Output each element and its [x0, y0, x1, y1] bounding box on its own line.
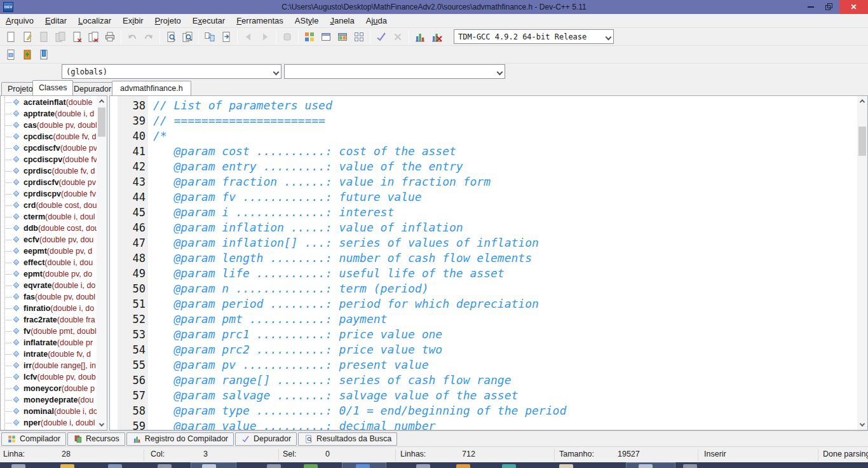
class-browser-item[interactable]: irr(double range[], in — [1, 360, 97, 371]
class-browser-item[interactable]: eqvrate(double i, do — [1, 280, 97, 291]
add-bookmark-button[interactable] — [19, 47, 36, 62]
open-file-button[interactable] — [19, 29, 36, 45]
report-tab-compilador[interactable]: Compilador — [1, 432, 66, 446]
class-browser-item[interactable]: inflatrate(double pr — [1, 337, 97, 348]
goto-bookmark-button[interactable] — [36, 47, 52, 62]
taskbar-icon[interactable] — [416, 464, 430, 468]
taskbar-icon[interactable] — [559, 464, 573, 468]
scroll-up-icon[interactable] — [857, 96, 867, 106]
syntax-check-button[interactable] — [373, 29, 390, 45]
class-browser-item[interactable]: moneycor(double p — [1, 383, 97, 394]
close-button[interactable]: ✕ — [839, 0, 868, 14]
report-tab-registro-do-compilador[interactable]: Registro do Compilador — [126, 432, 234, 446]
replace-button[interactable] — [201, 29, 218, 45]
class-browser-item[interactable]: cprdisc(double fv, d — [1, 165, 97, 177]
editor-scrollbar[interactable] — [857, 96, 867, 430]
class-browser-item[interactable]: nper(double i, doubl — [1, 417, 97, 429]
class-browser-item[interactable]: cpcdisc(double fv, d — [1, 131, 97, 142]
class-browser-item[interactable]: frac2rate(double fra — [1, 314, 97, 326]
taskbar-icon[interactable] — [456, 464, 470, 468]
profile-analysis-button[interactable] — [412, 29, 428, 45]
rebuild-all-button[interactable] — [351, 29, 367, 45]
abort-compilation-button[interactable] — [390, 29, 406, 45]
compile-and-run-button[interactable] — [334, 29, 351, 45]
class-browser-item[interactable]: finratio(double i, do — [1, 303, 97, 314]
scroll-down-icon[interactable] — [857, 420, 867, 430]
pause-button[interactable] — [279, 29, 295, 45]
class-browser-item[interactable]: cas(double pv, doubl — [1, 120, 97, 131]
class-browser-item[interactable]: cterm(double i, doul — [1, 211, 97, 223]
save-all-button[interactable] — [52, 29, 69, 45]
sidebar-scrollbar[interactable] — [97, 96, 107, 430]
class-browser-item[interactable]: eepmt(double pv, d — [1, 245, 97, 257]
goto-line-button[interactable] — [218, 29, 234, 45]
menu-exibir[interactable]: Exibir — [117, 14, 149, 27]
close-all-button[interactable]: ✕ — [85, 29, 102, 45]
find-in-files-button[interactable] — [179, 29, 196, 45]
class-browser-item[interactable]: cpcdiscfv(double pv — [1, 142, 97, 154]
code-editor[interactable]: 38// List of parameters used39// =======… — [109, 95, 868, 430]
taskbar-icon[interactable] — [60, 464, 74, 468]
editor-tab-advmathfinance[interactable]: advmathfinance.h — [112, 81, 191, 95]
class-browser-item[interactable]: fv(double pmt, doubl — [1, 326, 97, 337]
taskbar-icon[interactable] — [108, 464, 122, 468]
class-browser-item[interactable]: cprdiscpv(double fv — [1, 188, 97, 200]
class-browser-item[interactable]: cprdiscfv(double pv — [1, 177, 97, 188]
redo-button[interactable] — [140, 29, 157, 45]
new-file-button[interactable] — [3, 29, 19, 45]
taskbar-icon[interactable] — [202, 464, 216, 468]
find-button[interactable] — [163, 29, 179, 45]
back-button[interactable] — [240, 29, 257, 45]
delete-profiling-button[interactable] — [428, 29, 445, 45]
class-browser-item[interactable]: lcfv(double pv, doub — [1, 371, 97, 383]
windows-taskbar[interactable] — [0, 462, 868, 468]
compile-button[interactable] — [301, 29, 318, 45]
class-browser-item[interactable]: crd(double cost, dou — [1, 200, 97, 211]
member-select[interactable] — [284, 64, 505, 79]
scroll-down-icon[interactable] — [97, 420, 107, 430]
taskbar-icon[interactable] — [683, 464, 697, 468]
restore-button[interactable] — [820, 0, 839, 14]
class-browser-item[interactable]: epmt(double pv, do — [1, 268, 97, 280]
run-button[interactable] — [318, 29, 334, 45]
class-browser-item[interactable]: intrate(double fv, d — [1, 348, 97, 360]
taskbar-icon[interactable] — [304, 464, 318, 468]
sidebar-scroll-thumb[interactable] — [98, 107, 105, 137]
menu-projeto[interactable]: Projeto — [149, 14, 187, 27]
class-browser-item[interactable]: effect(double i, dou — [1, 257, 97, 268]
close-file-button[interactable]: ✕ — [69, 29, 85, 45]
menu-ajuda[interactable]: Ajuda — [360, 14, 393, 27]
forward-button[interactable] — [257, 29, 273, 45]
editor-scroll-thumb[interactable] — [858, 127, 866, 156]
menu-executar[interactable]: Executar — [187, 14, 231, 27]
taskbar-icon[interactable] — [158, 464, 172, 468]
class-browser-item[interactable]: moneydeprate(dou — [1, 394, 97, 406]
menu-arquivo[interactable]: Arquivo — [0, 14, 39, 27]
save-button[interactable] — [36, 29, 52, 45]
menu-localizar[interactable]: Localizar — [72, 14, 117, 27]
menu-editar[interactable]: Editar — [39, 14, 72, 27]
taskbar-icon[interactable] — [11, 464, 25, 468]
code-pane[interactable]: 38// List of parameters used39// =======… — [110, 98, 857, 430]
menu-ferramentas[interactable]: Ferramentas — [231, 14, 289, 27]
class-browser-item[interactable]: acrateinflat(double — [1, 97, 97, 108]
print-button[interactable] — [102, 29, 118, 45]
sidebar-tab-depurador[interactable]: Depurador — [67, 82, 118, 95]
class-browser-item[interactable]: apptrate(double i, d — [1, 108, 97, 120]
minimize-button[interactable] — [801, 0, 820, 14]
taskbar-icon[interactable] — [502, 464, 516, 468]
report-tab-resultados-da-busca[interactable]: Resultados da Busca — [298, 432, 397, 446]
insert-button[interactable] — [3, 47, 19, 62]
report-tab-depurador[interactable]: Depurador — [235, 432, 297, 446]
class-browser-item[interactable]: nominal(double i, do — [1, 406, 97, 417]
compiler-select[interactable]: TDM-GCC 4.9.2 64-bit Release — [454, 29, 614, 44]
class-browser-item[interactable]: fas(double pv, doubl — [1, 291, 97, 303]
class-browser-item[interactable]: ddb(double cost, dou — [1, 223, 97, 234]
taskbar-icon[interactable] — [639, 464, 653, 468]
undo-button[interactable] — [124, 29, 140, 45]
taskbar-icon[interactable] — [356, 464, 370, 468]
scroll-up-icon[interactable] — [97, 96, 107, 106]
class-browser-item[interactable]: cpcdiscpv(double fv — [1, 154, 97, 165]
scope-select[interactable]: (globals) — [62, 64, 281, 79]
menu-astyle[interactable]: AStyle — [289, 14, 325, 27]
